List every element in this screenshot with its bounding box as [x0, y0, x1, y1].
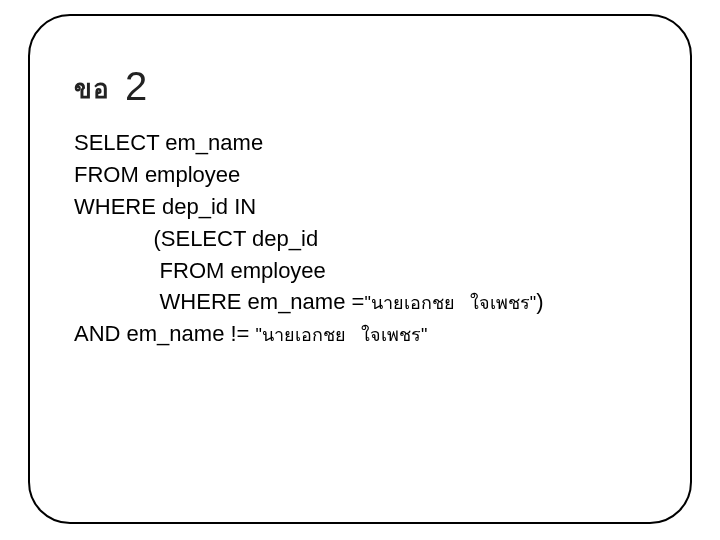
sql-block: SELECT em_name FROM employee WHERE dep_i… — [74, 127, 646, 350]
thai-name: "นายเอกชย ใจเพชร" — [364, 293, 536, 313]
slide-frame: ขอ2 SELECT em_name FROM employee WHERE d… — [28, 14, 692, 524]
sql-line: WHERE em_name = — [74, 289, 364, 314]
title-label: ขอ — [74, 74, 109, 104]
sql-line: ) — [536, 289, 543, 314]
sql-line: FROM employee — [74, 162, 240, 187]
sql-line: FROM employee — [74, 258, 326, 283]
sql-line: WHERE dep_id IN — [74, 194, 256, 219]
title-number: 2 — [125, 64, 147, 108]
sql-line: SELECT em_name — [74, 130, 263, 155]
sql-line: AND em_name != — [74, 321, 256, 346]
thai-name: "นายเอกชย ใจเพชร" — [256, 325, 428, 345]
slide-content: ขอ2 SELECT em_name FROM employee WHERE d… — [30, 16, 690, 350]
slide-title: ขอ2 — [74, 62, 646, 109]
sql-line: (SELECT dep_id — [74, 226, 318, 251]
